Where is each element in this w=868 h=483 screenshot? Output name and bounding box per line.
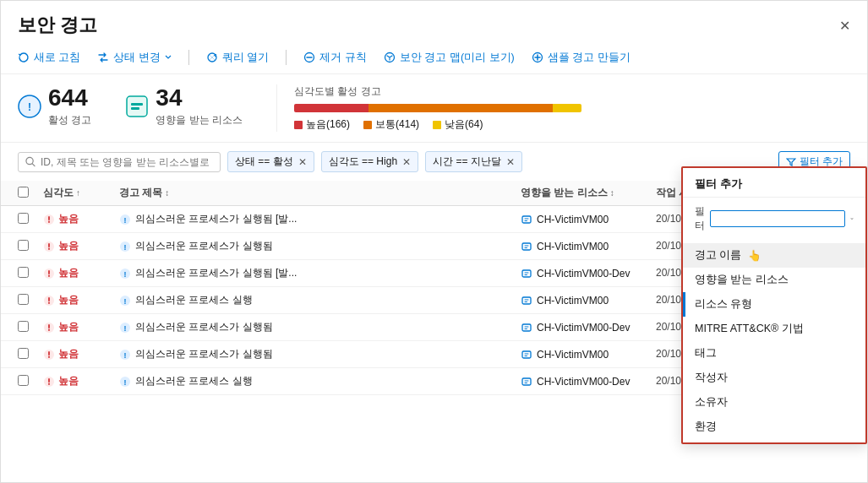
dropdown-item-label: 환경 <box>695 420 717 434</box>
severity-high-icon <box>43 214 55 225</box>
row-severity-0: 높음 <box>43 212 119 226</box>
dropdown-item-label: 태그 <box>695 346 717 361</box>
refresh-button[interactable]: 새로 고침 <box>18 51 80 65</box>
row-resource-5: CH-VictimVM00 <box>521 349 656 361</box>
row-severity-3: 높음 <box>43 293 119 307</box>
remove-time-filter[interactable]: ✕ <box>506 156 515 168</box>
create-sample-button[interactable]: 샘플 경고 만들기 <box>532 51 631 65</box>
svg-rect-37 <box>522 324 531 331</box>
row-severity-2: 높음 <box>43 266 119 280</box>
dropdown-item-label: 경고 이름 <box>695 248 741 263</box>
dropdown-item-7[interactable]: 환경 <box>683 415 865 439</box>
svg-rect-6 <box>127 96 147 117</box>
svg-rect-19 <box>522 243 531 250</box>
severity-high-icon <box>43 322 55 334</box>
filter-chip-severity: 심각도 == High ✕ <box>321 151 418 172</box>
dropdown-item-4[interactable]: 태그 <box>683 341 865 366</box>
remove-severity-filter[interactable]: ✕ <box>402 156 411 168</box>
alert-map-icon <box>384 52 396 63</box>
row-checkbox-1[interactable] <box>18 240 43 253</box>
remove-status-filter[interactable]: ✕ <box>298 156 307 168</box>
high-legend: 높음(166) <box>294 117 350 132</box>
dropdown-filter-row: 필터 <box>683 198 865 240</box>
search-box[interactable] <box>18 152 221 172</box>
chevron-down-icon <box>165 54 172 61</box>
toolbar-separator <box>188 50 189 65</box>
severity-high-icon <box>43 376 55 388</box>
alert-title-icon: ! <box>119 295 131 307</box>
resource-icon <box>521 241 532 252</box>
svg-rect-31 <box>522 297 531 304</box>
svg-rect-25 <box>522 270 531 277</box>
low-bar <box>553 104 581 112</box>
row-checkbox-6[interactable] <box>18 375 43 388</box>
svg-rect-8 <box>131 107 139 110</box>
svg-text:!: ! <box>124 378 127 387</box>
row-checkbox-5[interactable] <box>18 348 43 361</box>
dropdown-item-3[interactable]: MITRE ATT&CK® 기법 <box>683 317 865 341</box>
row-title-3: ! 의심스러운 프로세스 실행 <box>119 293 521 307</box>
dropdown-item-1[interactable]: 영향을 받는 리소스 <box>683 268 865 292</box>
dropdown-filter-label: 필터 <box>695 204 705 233</box>
row-title-0: ! 의심스러운 프로세스가 실행됨 [발... <box>119 212 521 226</box>
sort-resource-icon: ↕ <box>610 188 614 198</box>
row-resource-0: CH-VictimVM00 <box>521 214 656 225</box>
dropdown-item-label: 작성자 <box>695 371 728 385</box>
dropdown-item-label: MITRE ATT&CK® 기법 <box>695 322 804 336</box>
severity-bar <box>294 104 581 112</box>
dropdown-chevron-icon <box>850 214 854 223</box>
th-severity[interactable]: 심각도 ↑ <box>43 186 119 200</box>
search-input[interactable] <box>41 156 213 168</box>
dropdown-item-label: 리소스 유형 <box>695 297 752 312</box>
severity-high-icon <box>43 295 55 307</box>
row-checkbox-3[interactable] <box>18 294 43 307</box>
svg-text:!: ! <box>124 270 127 279</box>
th-resource[interactable]: 영향을 받는 리소스 ↕ <box>521 186 656 200</box>
dropdown-item-6[interactable]: 소유자 <box>683 390 865 415</box>
high-bar <box>294 104 368 112</box>
svg-text:!: ! <box>124 243 127 252</box>
alert-count-icon: ! <box>18 95 41 118</box>
query-icon <box>206 52 218 63</box>
filter-dropdown-panel: 필터 추가 필터 경고 이름👆영향을 받는 리소스리소스 유형MITRE ATT… <box>681 166 867 444</box>
row-checkbox-2[interactable] <box>18 267 43 280</box>
alert-title-icon: ! <box>119 214 131 225</box>
sort-title-icon: ↕ <box>165 188 169 198</box>
dropdown-item-5[interactable]: 작성자 <box>683 366 865 390</box>
dropdown-search-input[interactable] <box>710 210 845 227</box>
state-change-button[interactable]: 상태 변경 <box>97 51 171 65</box>
query-open-button[interactable]: 쿼리 열기 <box>206 51 269 65</box>
row-checkbox-4[interactable] <box>18 321 43 334</box>
cursor-icon: 👆 <box>748 249 762 262</box>
create-sample-icon <box>532 52 543 63</box>
svg-text:!: ! <box>124 324 127 333</box>
dropdown-item-0[interactable]: 경고 이름👆 <box>683 243 865 268</box>
row-resource-3: CH-VictimVM00 <box>521 295 656 307</box>
row-severity-6: 높음 <box>43 374 119 388</box>
svg-text:!: ! <box>124 297 127 306</box>
row-checkbox-0[interactable] <box>18 213 43 226</box>
alert-map-button[interactable]: 보안 경고 맵(미리 보기) <box>384 51 515 65</box>
close-button[interactable]: ✕ <box>839 18 850 34</box>
th-title[interactable]: 경고 제목 ↕ <box>119 186 521 200</box>
alert-title-icon: ! <box>119 349 131 361</box>
select-all-checkbox[interactable] <box>18 187 29 198</box>
dropdown-item-label: 소유자 <box>695 395 728 410</box>
active-alerts-stat: ! 644 활성 경고 <box>18 84 91 128</box>
sort-severity-icon: ↑ <box>76 188 80 198</box>
row-severity-5: 높음 <box>43 347 119 361</box>
svg-rect-13 <box>522 216 531 223</box>
svg-rect-7 <box>131 103 143 106</box>
refresh-icon <box>18 52 30 63</box>
remove-rule-button[interactable]: 제거 규칙 <box>303 51 366 65</box>
severity-high-icon <box>43 268 55 279</box>
resource-count-stat: 34 영향을 받는 리소스 <box>125 84 243 128</box>
low-legend: 낮음(64) <box>433 117 483 132</box>
th-checkbox <box>18 187 43 200</box>
dropdown-item-2[interactable]: 리소스 유형 <box>683 292 865 317</box>
toolbar: 새로 고침 상태 변경 쿼리 열기 제거 규칙 보안 경고 맵(미리 보기) 샘… <box>1 45 867 74</box>
resource-icon <box>521 322 532 334</box>
filter-chip-status: 상태 == 활성 ✕ <box>227 151 314 172</box>
dropdown-items-list: 경고 이름👆영향을 받는 리소스리소스 유형MITRE ATT&CK® 기법태그… <box>683 240 865 442</box>
alert-title-icon: ! <box>119 376 131 388</box>
